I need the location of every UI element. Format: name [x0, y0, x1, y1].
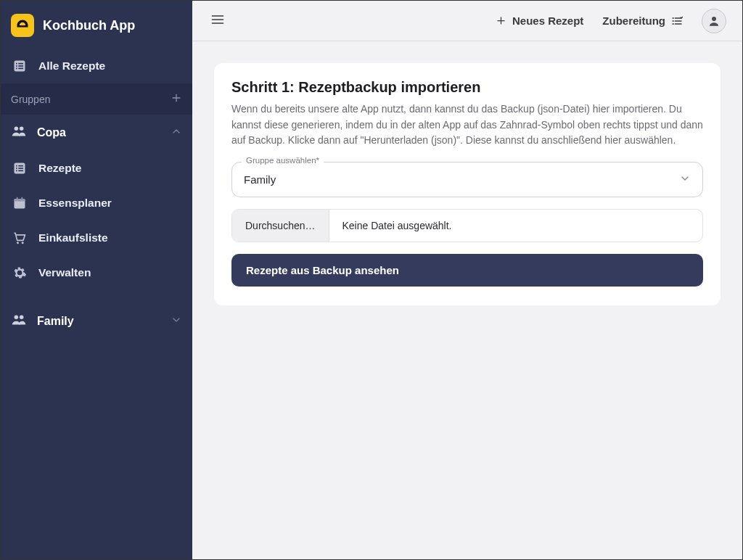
sidebar: Kochbuch App Alle Rezepte Gruppen Copa	[1, 1, 192, 559]
svg-point-9	[20, 127, 23, 131]
svg-point-21	[17, 242, 19, 244]
group-select-field: Gruppe auswählen* Family	[231, 162, 703, 197]
group-copa[interactable]: Copa	[1, 115, 192, 151]
group-family-name: Family	[37, 315, 74, 328]
browse-button-label: Durchsuchen…	[245, 220, 316, 231]
menu-icon	[210, 12, 225, 27]
page-description: Wenn du bereits unsere alte App nutzt, d…	[231, 102, 703, 149]
svg-rect-13	[16, 168, 17, 169]
people-icon	[11, 312, 27, 331]
chevron-up-icon	[171, 125, 182, 140]
svg-rect-15	[16, 170, 17, 172]
browse-button[interactable]: Durchsuchen…	[232, 210, 329, 242]
chevron-down-icon	[679, 173, 691, 186]
group-copa-children: Rezepte Essensplaner Einkaufsliste Verwa…	[1, 151, 192, 290]
plus-icon	[496, 15, 506, 26]
app-logo	[11, 14, 34, 37]
nav-meal-planner[interactable]: Essensplaner	[1, 186, 192, 221]
svg-rect-5	[18, 65, 23, 67]
group-select-label: Gruppe auswählen*	[242, 156, 324, 165]
nav-all-recipes-label: Alle Rezepte	[38, 59, 105, 73]
svg-rect-18	[15, 199, 25, 201]
cart-icon	[11, 229, 28, 247]
menu-toggle[interactable]	[208, 10, 227, 32]
svg-rect-19	[17, 197, 18, 200]
svg-point-23	[15, 316, 18, 320]
svg-point-8	[15, 127, 18, 131]
nav-manage-label: Verwalten	[38, 266, 91, 279]
group-copa-name: Copa	[37, 126, 66, 139]
preparation-label: Zubereitung	[602, 15, 665, 27]
group-family[interactable]: Family	[1, 303, 192, 339]
content: Schritt 1: Rezeptbackup importieren Wenn…	[192, 41, 742, 559]
import-card: Schritt 1: Rezeptbackup importieren Wenn…	[214, 63, 721, 305]
plus-icon	[171, 92, 182, 104]
svg-rect-16	[18, 170, 23, 172]
nav-shopping-list[interactable]: Einkaufsliste	[1, 221, 192, 255]
nav-recipes[interactable]: Rezepte	[1, 151, 192, 186]
page-title: Schritt 1: Rezeptbackup importieren	[231, 79, 703, 96]
people-icon	[11, 123, 27, 142]
sidebar-header: Kochbuch App	[1, 1, 192, 49]
new-recipe-label: Neues Rezept	[512, 15, 583, 27]
app-title: Kochbuch App	[43, 18, 135, 33]
preparation-button[interactable]: Zubereitung	[602, 15, 683, 27]
calendar-icon	[11, 194, 28, 212]
svg-rect-2	[16, 63, 17, 65]
add-group-button[interactable]	[171, 92, 182, 106]
svg-rect-7	[18, 68, 23, 70]
svg-rect-20	[22, 197, 23, 200]
svg-rect-11	[16, 165, 17, 167]
file-status: Keine Datei ausgewählt.	[329, 210, 465, 242]
sidebar-groups-label: Gruppen	[11, 94, 50, 105]
nav-all-recipes[interactable]: Alle Rezepte	[1, 49, 192, 83]
svg-rect-14	[18, 168, 23, 169]
file-picker: Durchsuchen… Keine Datei ausgewählt.	[231, 209, 703, 242]
svg-rect-12	[18, 165, 23, 167]
chevron-down-icon	[171, 314, 182, 329]
new-recipe-button[interactable]: Neues Rezept	[496, 15, 583, 27]
svg-point-25	[712, 17, 716, 21]
list-icon	[11, 160, 28, 177]
svg-rect-3	[18, 63, 23, 65]
nav-shopping-list-label: Einkaufsliste	[38, 231, 108, 244]
svg-point-22	[22, 242, 24, 244]
user-icon	[707, 15, 721, 28]
topbar: Neues Rezept Zubereitung	[192, 1, 742, 41]
main: Neues Rezept Zubereitung Schritt 1: Reze…	[192, 1, 742, 559]
nav-recipes-label: Rezepte	[38, 162, 81, 175]
nav-manage[interactable]: Verwalten	[1, 255, 192, 290]
svg-rect-0	[17, 25, 28, 28]
svg-rect-4	[16, 65, 17, 67]
gear-icon	[11, 264, 28, 281]
svg-rect-6	[16, 68, 17, 70]
group-select[interactable]: Family	[231, 162, 703, 197]
submit-button[interactable]: Rezepte aus Backup ansehen	[231, 254, 703, 287]
sidebar-groups-header: Gruppen	[1, 83, 192, 115]
user-avatar-button[interactable]	[702, 9, 726, 33]
submit-button-label: Rezepte aus Backup ansehen	[246, 264, 399, 276]
svg-point-24	[20, 316, 23, 320]
list-icon	[11, 57, 28, 75]
nav-meal-planner-label: Essensplaner	[38, 197, 112, 210]
group-select-value: Family	[244, 173, 276, 186]
checklist-icon	[671, 15, 683, 27]
